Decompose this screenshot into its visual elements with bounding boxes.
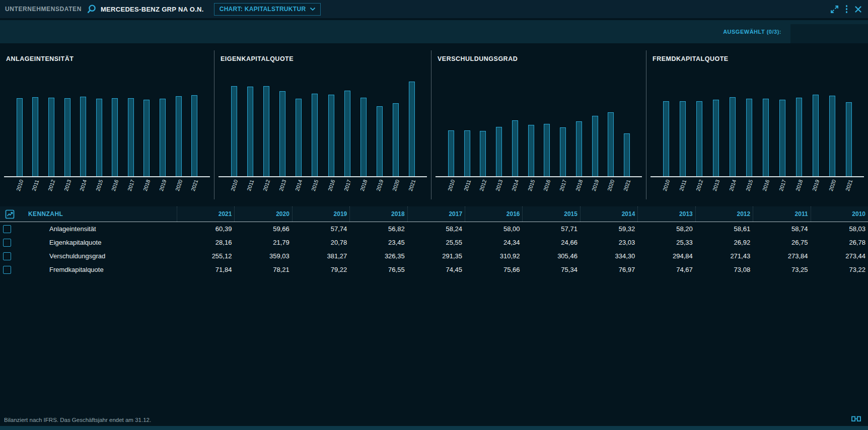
row-checkbox[interactable] [3,266,11,274]
bar-2010[interactable] [231,86,237,176]
metric-value-cell: 73,25 [753,266,810,273]
bar-2019[interactable] [592,116,598,176]
bar-2014[interactable] [512,120,518,176]
metric-value-cell: 291,35 [407,252,465,260]
bar-2018[interactable] [360,98,367,176]
bar-2016[interactable] [544,124,550,176]
table-row: Eigenkapitalquote28,1621,7920,7823,4525,… [0,236,868,249]
trend-chart-icon[interactable] [5,209,28,219]
search-icon[interactable] [87,4,97,14]
metric-value-cell: 24,34 [465,239,522,246]
bar-2012[interactable] [263,86,269,176]
bar-2013[interactable] [496,127,502,176]
bar-2011[interactable] [464,130,470,176]
bar-2015[interactable] [96,99,102,176]
bar-2020[interactable] [829,96,835,176]
bar-2020[interactable] [608,112,614,176]
bar-2021[interactable] [191,95,197,176]
metric-label: Eigenkapitalquote [28,239,177,246]
bar-2011[interactable] [247,87,253,176]
bar-2014[interactable] [730,97,736,176]
bar-2019[interactable] [813,95,819,176]
bar-2015[interactable] [528,125,534,176]
x-axis-year-label: 2016 [760,175,772,196]
chart-pane-eigenkapitalquote: EIGENKAPITALQUOTE20102011201220132014201… [214,50,431,199]
bar-2013[interactable] [713,100,719,176]
bar-2016[interactable] [763,99,769,176]
bar-2018[interactable] [796,98,802,176]
x-axis-year-label: 2017 [776,175,788,196]
metric-value-cell: 326,35 [349,252,407,260]
year-column-header: 2011 [753,206,810,222]
metric-value-cell: 59,66 [234,225,292,233]
bar-2016[interactable] [328,95,334,176]
bar-2014[interactable] [80,97,86,176]
bar-2017[interactable] [344,91,350,176]
chart-pane-verschuldungsgrad: VERSCHULDUNGSGRAD20102011201220132014201… [431,50,646,199]
x-axis-year-label: 2015 [525,175,537,196]
link-compare-icon[interactable] [851,416,861,422]
bar-2019[interactable] [377,106,383,176]
bar-2010[interactable] [448,130,454,176]
bar-2021[interactable] [409,82,415,176]
bar-2012[interactable] [48,98,54,176]
bar-2011[interactable] [32,97,38,176]
chevron-down-icon [310,7,316,11]
bar-2010[interactable] [663,101,669,176]
metric-value-cell: 76,97 [580,266,637,273]
metric-value-cell: 74,45 [407,266,465,273]
bar-2012[interactable] [480,131,486,176]
bar-2016[interactable] [112,98,118,176]
bar-2011[interactable] [680,101,686,176]
metric-value-cell: 25,33 [637,239,695,246]
chart-pane-anlageintensität: ANLAGEINTENSITÄT201020112012201320142015… [0,50,214,199]
selected-counter: AUSGEWÄHLT (0/3): [723,20,781,43]
x-axis-year-label: 2015 [743,175,755,196]
company-name[interactable]: MERCEDES-BENZ GRP NA O.N. [101,6,204,13]
bar-2014[interactable] [296,99,302,176]
row-checkbox[interactable] [3,225,11,233]
table-row: Fremdkapitalquote71,8478,2179,2276,5574,… [0,263,868,276]
metric-value-cell: 58,00 [465,225,522,233]
metric-value-cell: 58,03 [811,225,868,233]
bar-2013[interactable] [64,98,70,176]
bar-2020[interactable] [393,103,399,176]
more-options-icon[interactable] [846,5,848,13]
row-checkbox[interactable] [3,239,11,247]
bar-2017[interactable] [779,100,785,176]
bar-2018[interactable] [576,121,582,176]
year-column-header: 2013 [637,206,695,222]
metric-value-cell: 71,84 [177,266,234,273]
x-axis-year-label: 2020 [173,175,185,196]
x-axis-labels: 2010201120122013201420152016201720182019… [4,178,210,198]
metric-value-cell: 294,84 [637,252,695,260]
bar-2017[interactable] [560,127,566,176]
bar-2019[interactable] [160,99,166,176]
x-axis-year-label: 2016 [325,175,337,196]
x-axis-year-label: 2013 [61,175,74,196]
bar-2015[interactable] [746,99,752,176]
bar-2010[interactable] [17,98,23,176]
metric-value-cell: 23,45 [349,239,407,246]
bar-2021[interactable] [624,133,630,176]
bar-2012[interactable] [696,101,702,176]
x-axis-year-label: 2012 [45,175,57,196]
bar-2018[interactable] [143,100,150,176]
metric-value-cell: 79,22 [292,266,349,273]
metric-value-cell: 59,32 [580,225,637,233]
row-checkbox-cell [0,266,28,274]
bar-2021[interactable] [846,102,852,176]
x-axis-year-label: 2019 [157,175,169,196]
bar-2013[interactable] [279,91,285,176]
year-column-header: 2015 [522,206,580,222]
metric-value-cell: 381,27 [292,252,349,260]
row-checkbox[interactable] [3,252,11,260]
bar-2017[interactable] [128,98,134,176]
bar-2020[interactable] [176,96,182,176]
bar-2015[interactable] [312,94,318,176]
x-axis-year-label: 2016 [541,175,553,196]
accounting-note: Bilanziert nach IFRS. Das Geschäftsjahr … [4,417,151,423]
chart-type-dropdown[interactable]: CHART: KAPITALSTRUKTUR [214,3,321,16]
close-icon[interactable] [854,6,862,13]
expand-icon[interactable] [830,5,839,14]
